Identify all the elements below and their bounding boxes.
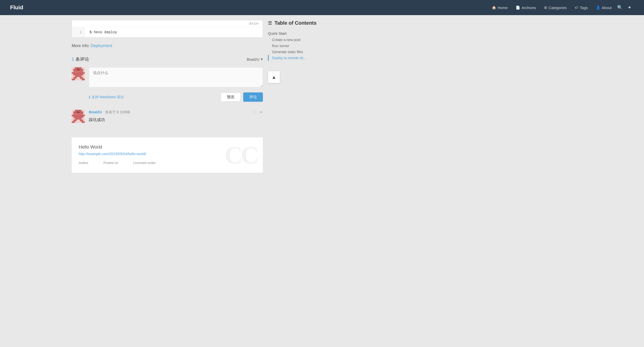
svg-rect-11 <box>73 71 83 72</box>
avatar-svg <box>72 67 85 80</box>
comment-action-icons: ♡ ✏ <box>253 110 263 115</box>
footer-meta-author: Author <box>79 161 88 166</box>
comment-text: 踩坑成功 <box>89 117 263 123</box>
comment-actions: ℹ 支持 Markdown 语法 预览 评论 <box>72 92 263 102</box>
commenter-avatar <box>72 110 85 123</box>
nav-tags-label: Tags <box>580 6 588 10</box>
svg-rect-17 <box>72 79 75 81</box>
svg-rect-21 <box>77 110 78 112</box>
comment-body: Boat2U 发表于 8 分钟前 ♡ ✏ 踩坑成功 <box>89 110 263 123</box>
left-spacer <box>0 15 72 347</box>
svg-rect-5 <box>73 69 75 71</box>
sort-label: Boat2U <box>247 57 259 61</box>
more-info: More info: Deployment <box>72 44 263 48</box>
footer-card-url: http://example.com/2023/05/04/hello-worl… <box>79 152 256 156</box>
svg-rect-25 <box>75 112 77 113</box>
nav-archives[interactable]: 📄 Archives <box>513 4 539 11</box>
footer-card-meta: Author Posted on Licensed under <box>79 161 256 166</box>
comment-time: 发表于 8 分钟前 <box>105 110 130 114</box>
toc-subitem-new-post[interactable]: Create a new post <box>268 37 338 43</box>
like-icon[interactable]: ♡ <box>253 110 257 115</box>
preview-button[interactable]: 预览 <box>221 92 241 102</box>
tags-icon: 🏷 <box>575 6 578 10</box>
info-icon: ℹ <box>89 95 90 99</box>
comment-author-time: Boat2U 发表于 8 分钟前 <box>89 110 130 115</box>
svg-rect-33 <box>75 118 82 120</box>
footer-meta-author-label: Author <box>79 161 88 165</box>
comments-sort[interactable]: Boat2U ▾ <box>247 57 263 61</box>
edit-icon[interactable]: ✏ <box>260 110 263 115</box>
svg-rect-2 <box>77 67 78 69</box>
chevron-down-icon: ▾ <box>261 57 263 61</box>
svg-rect-27 <box>78 112 80 113</box>
svg-rect-1 <box>75 67 77 69</box>
svg-rect-23 <box>80 110 82 112</box>
about-icon: 👤 <box>596 6 600 10</box>
more-info-prefix: More info: <box>72 44 90 48</box>
archives-icon: 📄 <box>516 6 520 10</box>
nav-tags[interactable]: 🏷 Tags <box>572 4 591 11</box>
svg-rect-24 <box>73 112 75 113</box>
navbar: Fluid 🏠 Home 📄 Archives ⊞ Categories 🏷 T… <box>0 0 644 15</box>
nav-archives-label: Archives <box>521 6 536 10</box>
nav-about[interactable]: 👤 About <box>593 4 615 11</box>
svg-rect-22 <box>78 110 80 112</box>
svg-rect-26 <box>77 112 78 113</box>
toc-subitem-generate[interactable]: Generate static files <box>268 49 338 55</box>
brand[interactable]: Fluid <box>10 4 23 11</box>
code-block-body: 1 $ hexo deploy <box>72 27 263 37</box>
toc-header: ☰ Table of Contents <box>268 20 338 26</box>
svg-rect-12 <box>72 72 85 74</box>
comment-item: Boat2U 发表于 8 分钟前 ♡ ✏ 踩坑成功 <box>72 110 263 129</box>
svg-rect-36 <box>72 121 75 123</box>
toc-container: ☰ Table of Contents Quick Start Create a… <box>268 20 338 83</box>
nav-home[interactable]: 🏠 Home <box>489 4 511 11</box>
footer-meta-posted: Posted on <box>103 161 118 166</box>
svg-rect-29 <box>82 112 83 113</box>
line-numbers: 1 <box>72 27 85 37</box>
comment-input-row <box>72 67 263 87</box>
svg-rect-9 <box>80 69 82 71</box>
svg-rect-6 <box>75 69 77 71</box>
code-block-lang: BASH <box>72 20 263 27</box>
user-avatar <box>72 67 85 80</box>
svg-rect-35 <box>80 120 83 121</box>
svg-rect-34 <box>73 120 77 121</box>
back-to-top-button[interactable]: ▲ <box>268 71 280 83</box>
main-content: BASH 1 $ hexo deploy More info: Deployme… <box>72 15 263 347</box>
code-block: BASH 1 $ hexo deploy <box>72 20 263 38</box>
markdown-hint-text: 支持 Markdown 语法 <box>92 95 124 99</box>
comment-textarea[interactable] <box>89 67 263 87</box>
toc-title: Table of Contents <box>274 20 316 26</box>
right-sidebar: ☰ Table of Contents Quick Start Create a… <box>263 15 343 347</box>
svg-rect-31 <box>72 115 85 117</box>
theme-toggle[interactable]: ✦ <box>625 3 634 12</box>
svg-rect-37 <box>82 121 85 123</box>
svg-rect-7 <box>77 69 78 71</box>
svg-rect-20 <box>75 110 77 112</box>
search-button[interactable]: 🔍 <box>615 3 625 12</box>
toc-icon: ☰ <box>268 20 272 26</box>
deployment-link[interactable]: Deployment <box>91 44 112 48</box>
svg-rect-15 <box>73 77 77 79</box>
nav-categories[interactable]: ⊞ Categories <box>541 4 570 11</box>
toc-subitem-run-server[interactable]: Run server <box>268 43 338 49</box>
nav-about-label: About <box>602 6 612 10</box>
svg-rect-28 <box>80 112 82 113</box>
svg-rect-18 <box>82 79 85 81</box>
toc-item-quickstart[interactable]: Quick Start <box>268 30 338 37</box>
svg-rect-30 <box>73 113 83 115</box>
toc-subitem-deploy[interactable]: Deploy to remote sit... <box>268 55 338 61</box>
comments-count-suffix: 条评论 <box>74 57 89 62</box>
nav-categories-label: Categories <box>549 6 567 10</box>
code-content[interactable]: $ hexo deploy <box>85 27 263 37</box>
comments-header: 1 条评论 Boat2U ▾ <box>72 56 263 62</box>
page-wrapper: BASH 1 $ hexo deploy More info: Deployme… <box>0 0 644 347</box>
svg-rect-16 <box>80 77 83 79</box>
svg-rect-32 <box>73 116 83 118</box>
footer-meta-posted-label: Posted on <box>103 161 118 165</box>
submit-comment-button[interactable]: 评论 <box>243 92 263 102</box>
comment-btn-group: 预览 评论 <box>221 92 263 102</box>
comments-count-link[interactable]: 1 <box>72 57 74 62</box>
svg-rect-4 <box>80 67 82 69</box>
